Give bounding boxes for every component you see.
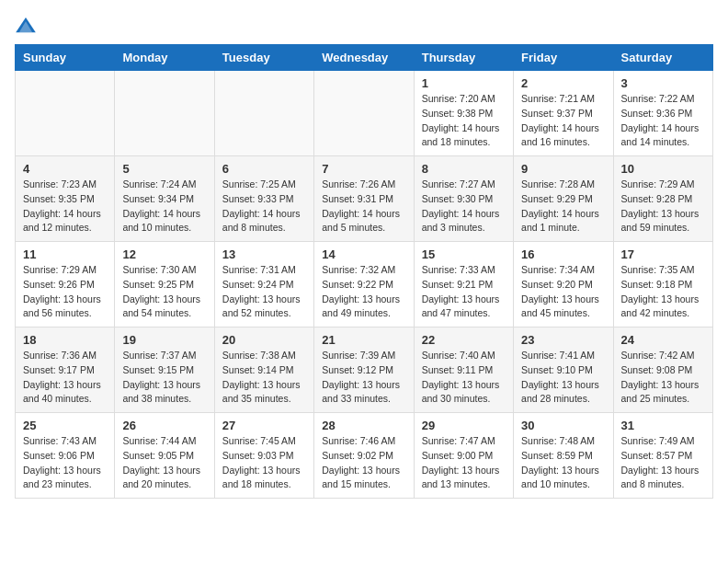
day-info: Sunrise: 7:31 AMSunset: 9:24 PMDaylight:…	[222, 263, 306, 321]
calendar-cell: 9Sunrise: 7:28 AMSunset: 9:29 PMDaylight…	[514, 156, 613, 242]
day-number: 9	[521, 162, 605, 176]
day-number: 12	[122, 247, 206, 261]
day-number: 25	[23, 419, 107, 432]
calendar-cell: 31Sunrise: 7:49 AMSunset: 8:57 PMDayligh…	[613, 413, 712, 499]
day-number: 24	[621, 333, 705, 347]
day-info: Sunrise: 7:36 AMSunset: 9:17 PMDaylight:…	[23, 349, 107, 407]
day-number: 14	[322, 247, 405, 261]
calendar-cell: 24Sunrise: 7:42 AMSunset: 9:08 PMDayligh…	[613, 327, 712, 413]
day-info: Sunrise: 7:24 AMSunset: 9:34 PMDaylight:…	[122, 178, 206, 236]
calendar-cell: 4Sunrise: 7:23 AMSunset: 9:35 PMDaylight…	[16, 156, 115, 242]
calendar-cell: 18Sunrise: 7:36 AMSunset: 9:17 PMDayligh…	[16, 327, 115, 413]
day-info: Sunrise: 7:45 AMSunset: 9:03 PMDaylight:…	[222, 434, 306, 492]
calendar-cell: 29Sunrise: 7:47 AMSunset: 9:00 PMDayligh…	[414, 413, 513, 499]
day-number: 29	[422, 419, 506, 432]
calendar-week-4: 18Sunrise: 7:36 AMSunset: 9:17 PMDayligh…	[16, 327, 713, 413]
calendar-cell	[214, 71, 313, 156]
header-sunday: Sunday	[16, 45, 115, 71]
calendar-cell: 23Sunrise: 7:41 AMSunset: 9:10 PMDayligh…	[514, 327, 613, 413]
calendar-cell: 1Sunrise: 7:20 AMSunset: 9:38 PMDaylight…	[414, 71, 513, 156]
day-info: Sunrise: 7:33 AMSunset: 9:21 PMDaylight:…	[422, 263, 506, 321]
calendar-cell: 7Sunrise: 7:26 AMSunset: 9:31 PMDaylight…	[314, 156, 414, 242]
day-info: Sunrise: 7:21 AMSunset: 9:37 PMDaylight:…	[521, 92, 605, 150]
day-info: Sunrise: 7:44 AMSunset: 9:05 PMDaylight:…	[122, 434, 206, 492]
day-number: 18	[23, 333, 107, 347]
calendar-week-3: 11Sunrise: 7:29 AMSunset: 9:26 PMDayligh…	[16, 242, 713, 327]
day-number: 19	[122, 333, 206, 347]
header-wednesday: Wednesday	[314, 45, 414, 71]
day-number: 11	[23, 247, 107, 261]
calendar-cell: 20Sunrise: 7:38 AMSunset: 9:14 PMDayligh…	[214, 327, 313, 413]
day-info: Sunrise: 7:47 AMSunset: 9:00 PMDaylight:…	[422, 434, 506, 492]
day-info: Sunrise: 7:32 AMSunset: 9:22 PMDaylight:…	[322, 263, 405, 321]
day-info: Sunrise: 7:41 AMSunset: 9:10 PMDaylight:…	[521, 349, 605, 407]
day-number: 3	[621, 76, 705, 90]
calendar-cell: 25Sunrise: 7:43 AMSunset: 9:06 PMDayligh…	[16, 413, 115, 499]
calendar-cell: 26Sunrise: 7:44 AMSunset: 9:05 PMDayligh…	[115, 413, 214, 499]
day-number: 5	[122, 162, 206, 176]
header-monday: Monday	[115, 45, 214, 71]
day-number: 20	[222, 333, 306, 347]
day-info: Sunrise: 7:37 AMSunset: 9:15 PMDaylight:…	[122, 349, 206, 407]
calendar-cell: 6Sunrise: 7:25 AMSunset: 9:33 PMDaylight…	[214, 156, 313, 242]
day-number: 10	[621, 162, 705, 176]
header-friday: Friday	[514, 45, 613, 71]
calendar-cell	[16, 71, 115, 156]
day-info: Sunrise: 7:35 AMSunset: 9:18 PMDaylight:…	[621, 263, 705, 321]
day-number: 30	[521, 419, 605, 432]
calendar-week-5: 25Sunrise: 7:43 AMSunset: 9:06 PMDayligh…	[16, 413, 713, 499]
calendar-table: SundayMondayTuesdayWednesdayThursdayFrid…	[15, 44, 713, 499]
day-number: 22	[422, 333, 506, 347]
day-number: 31	[621, 419, 705, 432]
calendar-cell: 28Sunrise: 7:46 AMSunset: 9:02 PMDayligh…	[314, 413, 414, 499]
header-thursday: Thursday	[414, 45, 513, 71]
day-info: Sunrise: 7:30 AMSunset: 9:25 PMDaylight:…	[122, 263, 206, 321]
day-info: Sunrise: 7:29 AMSunset: 9:28 PMDaylight:…	[621, 178, 705, 236]
day-number: 7	[322, 162, 405, 176]
calendar-cell: 30Sunrise: 7:48 AMSunset: 8:59 PMDayligh…	[514, 413, 613, 499]
day-info: Sunrise: 7:49 AMSunset: 8:57 PMDaylight:…	[621, 434, 705, 492]
calendar-header-row: SundayMondayTuesdayWednesdayThursdayFrid…	[16, 45, 713, 71]
day-info: Sunrise: 7:43 AMSunset: 9:06 PMDaylight:…	[23, 434, 107, 492]
day-info: Sunrise: 7:27 AMSunset: 9:30 PMDaylight:…	[422, 178, 506, 236]
day-number: 13	[222, 247, 306, 261]
day-number: 26	[122, 419, 206, 432]
calendar-cell: 13Sunrise: 7:31 AMSunset: 9:24 PMDayligh…	[214, 242, 313, 327]
day-number: 28	[322, 419, 405, 432]
day-number: 1	[422, 76, 506, 90]
logo-icon	[15, 15, 37, 37]
calendar-cell: 10Sunrise: 7:29 AMSunset: 9:28 PMDayligh…	[613, 156, 712, 242]
day-number: 16	[521, 247, 605, 261]
header-tuesday: Tuesday	[214, 45, 313, 71]
day-info: Sunrise: 7:22 AMSunset: 9:36 PMDaylight:…	[621, 92, 705, 150]
day-number: 2	[521, 76, 605, 90]
calendar-cell	[314, 71, 414, 156]
day-info: Sunrise: 7:23 AMSunset: 9:35 PMDaylight:…	[23, 178, 107, 236]
day-number: 21	[322, 333, 405, 347]
calendar-cell: 27Sunrise: 7:45 AMSunset: 9:03 PMDayligh…	[214, 413, 313, 499]
calendar-cell: 19Sunrise: 7:37 AMSunset: 9:15 PMDayligh…	[115, 327, 214, 413]
calendar-week-1: 1Sunrise: 7:20 AMSunset: 9:38 PMDaylight…	[16, 71, 713, 156]
day-info: Sunrise: 7:40 AMSunset: 9:11 PMDaylight:…	[422, 349, 506, 407]
day-info: Sunrise: 7:25 AMSunset: 9:33 PMDaylight:…	[222, 178, 306, 236]
page-header	[15, 15, 713, 37]
day-number: 6	[222, 162, 306, 176]
day-info: Sunrise: 7:28 AMSunset: 9:29 PMDaylight:…	[521, 178, 605, 236]
day-number: 17	[621, 247, 705, 261]
day-info: Sunrise: 7:26 AMSunset: 9:31 PMDaylight:…	[322, 178, 405, 236]
day-info: Sunrise: 7:20 AMSunset: 9:38 PMDaylight:…	[422, 92, 506, 150]
calendar-cell: 16Sunrise: 7:34 AMSunset: 9:20 PMDayligh…	[514, 242, 613, 327]
calendar-cell: 15Sunrise: 7:33 AMSunset: 9:21 PMDayligh…	[414, 242, 513, 327]
day-info: Sunrise: 7:48 AMSunset: 8:59 PMDaylight:…	[521, 434, 605, 492]
calendar-cell: 22Sunrise: 7:40 AMSunset: 9:11 PMDayligh…	[414, 327, 513, 413]
day-number: 23	[521, 333, 605, 347]
day-info: Sunrise: 7:46 AMSunset: 9:02 PMDaylight:…	[322, 434, 405, 492]
calendar-cell: 12Sunrise: 7:30 AMSunset: 9:25 PMDayligh…	[115, 242, 214, 327]
calendar-cell: 11Sunrise: 7:29 AMSunset: 9:26 PMDayligh…	[16, 242, 115, 327]
day-number: 8	[422, 162, 506, 176]
day-info: Sunrise: 7:38 AMSunset: 9:14 PMDaylight:…	[222, 349, 306, 407]
header-saturday: Saturday	[613, 45, 712, 71]
calendar-cell: 17Sunrise: 7:35 AMSunset: 9:18 PMDayligh…	[613, 242, 712, 327]
calendar-cell	[115, 71, 214, 156]
day-info: Sunrise: 7:42 AMSunset: 9:08 PMDaylight:…	[621, 349, 705, 407]
